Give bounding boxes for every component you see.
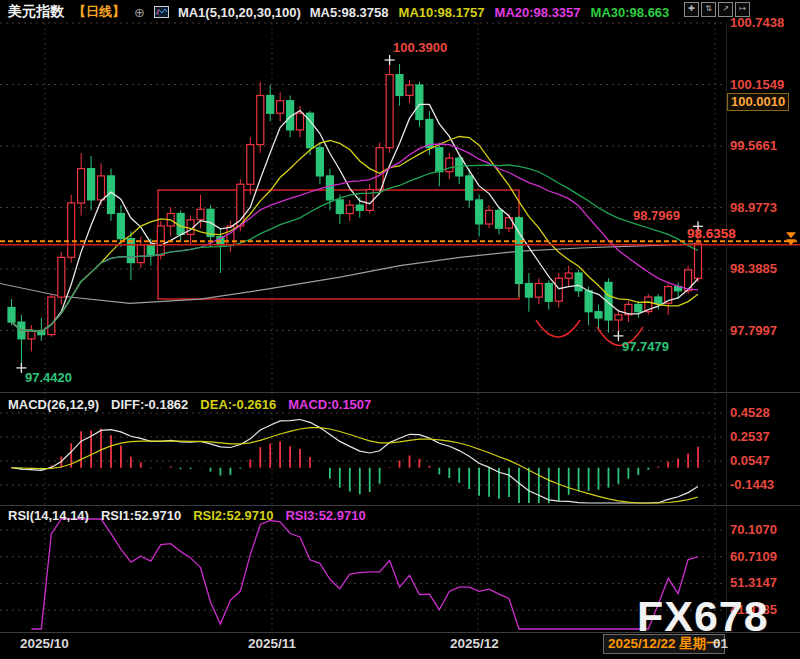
ma30-value: MA30:98.663 (591, 5, 670, 20)
drawing-tool-icon[interactable]: ↗ (718, 2, 733, 17)
swing-low-annotation: 97.7479 (622, 339, 669, 354)
y-axis-label: 97.7997 (730, 323, 777, 339)
y-axis-label: 0.4528 (730, 405, 770, 421)
rsi2-value: RSI2:52.9710 (193, 508, 273, 523)
macd-params[interactable]: MACD(26,12,9) (8, 397, 99, 412)
y-axis-label: 51.3147 (730, 575, 777, 591)
chart-canvas[interactable] (0, 0, 800, 659)
time-label-dec: 2025/12 (450, 636, 499, 651)
y-axis-label: 98.3885 (730, 261, 777, 277)
ma5-value: MA5:98.3758 (310, 5, 389, 20)
fx678-watermark: FX678 (637, 592, 769, 641)
price-axis-divider (726, 23, 727, 632)
y-axis-label: 100.7438 (730, 15, 784, 31)
crosshair-tool-icon[interactable]: ✚ (684, 2, 699, 17)
axis-level-label: 100.0010 (727, 93, 789, 111)
y-axis-label: 100.1549 (730, 77, 784, 93)
time-label-oct: 2025/10 (20, 636, 69, 651)
period-label[interactable]: 【日线】 (73, 3, 125, 21)
add-indicator-icon[interactable]: ⊕ (134, 5, 145, 20)
rsi1-value: RSI1:52.9710 (101, 508, 181, 523)
collapse-panel-icon[interactable]: ↦ (735, 2, 750, 17)
y-axis-label: 0.0547 (730, 453, 770, 469)
macd-dea-value: DEA:-0.2616 (200, 397, 276, 412)
rsi-header: RSI(14,14,14) RSI1:52.9710 RSI2:52.9710 … (8, 508, 366, 523)
chart-toolbar: ✚ ⇅ ↗ ↦ (684, 2, 750, 17)
y-axis-label: 99.5661 (730, 138, 777, 154)
swing-low-annotation: 97.4420 (25, 370, 72, 385)
macd-diff-value: DIFF:-0.1862 (111, 397, 188, 412)
chart-app-window: 美元指数 【日线】 ⊕ MA1(5,10,20,30,100) MA5:98.3… (0, 0, 800, 659)
y-axis-label: 0.2537 (730, 429, 770, 445)
ma10-value: MA10:98.1757 (399, 5, 485, 20)
rsi3-value: RSI3:52.9710 (285, 508, 365, 523)
kline-icon[interactable] (154, 6, 169, 18)
swing-high-annotation: 98.7969 (633, 208, 680, 223)
current-price-tag: 98.6358 (687, 226, 736, 241)
chart-header: 美元指数 【日线】 ⊕ MA1(5,10,20,30,100) MA5:98.3… (8, 3, 669, 21)
time-label-nov: 2025/11 (248, 636, 296, 651)
symbol-name: 美元指数 (8, 3, 64, 21)
rsi-panel-divider[interactable] (0, 505, 800, 506)
y-axis-label: 70.1070 (730, 522, 777, 538)
macd-macd-value: MACD:0.1507 (288, 397, 371, 412)
y-axis-label: 60.7109 (730, 549, 777, 565)
y-axis-label: 98.9773 (730, 200, 777, 216)
swing-high-annotation: 100.3900 (393, 40, 447, 55)
rsi-params[interactable]: RSI(14,14,14) (8, 508, 89, 523)
ma20-value: MA20:98.3357 (495, 5, 581, 20)
y-axis-label: -0.1443 (730, 477, 774, 493)
macd-panel-divider[interactable] (0, 392, 800, 393)
macd-header: MACD(26,12,9) DIFF:-0.1862 DEA:-0.2616 M… (8, 397, 371, 412)
yaxis-scale-icon[interactable]: ⇅ (701, 2, 716, 17)
ma-settings-label: MA1(5,10,20,30,100) (178, 5, 301, 20)
